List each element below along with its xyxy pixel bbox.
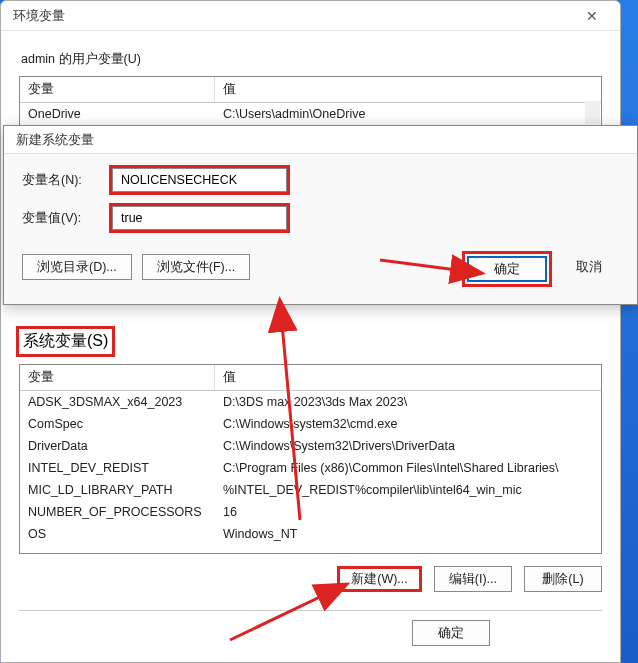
dialog-body: 变量名(N): 变量值(V): (4, 154, 637, 254)
value-row: 变量值(V): (22, 206, 619, 230)
col-value[interactable]: 值 (215, 77, 601, 102)
var-name-input[interactable] (112, 168, 287, 192)
sys-vars-list[interactable]: 变量 值 ADSK_3DSMAX_x64_2023D:\3DS max 2023… (19, 364, 602, 554)
cell-val: Windows_NT (215, 525, 601, 543)
browse-file-button[interactable]: 浏览文件(F)... (142, 254, 250, 280)
list-header: 变量 值 (20, 365, 601, 391)
table-row[interactable]: NUMBER_OF_PROCESSORS16 (20, 501, 601, 523)
cell-val: 16 (215, 503, 601, 521)
cell-var: INTEL_DEV_REDIST (20, 459, 215, 477)
user-vars-list[interactable]: 变量 值 OneDrive C:\Users\admin\OneDrive (19, 76, 602, 126)
table-row[interactable]: INTEL_DEV_REDISTC:\Program Files (x86)\C… (20, 457, 601, 479)
user-rows: OneDrive C:\Users\admin\OneDrive (20, 103, 601, 125)
var-value-input[interactable] (112, 206, 287, 230)
cell-var: NUMBER_OF_PROCESSORS (20, 503, 215, 521)
browse-dir-button[interactable]: 浏览目录(D)... (22, 254, 132, 280)
edit-button[interactable]: 编辑(I)... (434, 566, 512, 592)
system-vars-block: 系统变量(S) 变量 值 ADSK_3DSMAX_x64_2023D:\3DS … (19, 329, 602, 621)
value-label: 变量值(V): (22, 210, 112, 227)
sys-vars-label: 系统变量(S) (19, 329, 112, 354)
cell-var: MIC_LD_LIBRARY_PATH (20, 481, 215, 499)
cell-var: OneDrive (20, 105, 215, 123)
dialog-ok-button[interactable]: 确定 (467, 256, 547, 282)
table-row[interactable]: ComSpecC:\Windows\system32\cmd.exe (20, 413, 601, 435)
desktop-edge (620, 0, 638, 663)
table-row[interactable]: OSWindows_NT (20, 523, 601, 545)
dialog-title: 新建系统变量 (4, 126, 637, 154)
name-label: 变量名(N): (22, 172, 112, 189)
name-row: 变量名(N): (22, 168, 619, 192)
cell-var: ADSK_3DSMAX_x64_2023 (20, 393, 215, 411)
scrollbar[interactable] (585, 101, 600, 124)
separator (19, 610, 602, 611)
titlebar: 环境变量 ✕ (1, 1, 620, 31)
cell-var: DriverData (20, 437, 215, 455)
new-sys-var-dialog: 新建系统变量 变量名(N): 变量值(V): 浏览目录(D)... 浏览文件(F… (3, 125, 638, 305)
col-value[interactable]: 值 (215, 365, 601, 390)
table-row[interactable]: DriverDataC:\Windows\System32\Drivers\Dr… (20, 435, 601, 457)
cell-val: D:\3DS max 2023\3ds Max 2023\ (215, 393, 601, 411)
col-variable[interactable]: 变量 (20, 77, 215, 102)
sys-rows: ADSK_3DSMAX_x64_2023D:\3DS max 2023\3ds … (20, 391, 601, 553)
cell-val: C:\Users\admin\OneDrive (215, 105, 601, 123)
close-icon[interactable]: ✕ (572, 2, 612, 30)
window-title: 环境变量 (13, 7, 65, 25)
col-variable[interactable]: 变量 (20, 365, 215, 390)
cell-val: %INTEL_DEV_REDIST%compiler\lib\intel64_w… (215, 481, 601, 499)
sys-button-row: 新建(W)... 编辑(I)... 删除(L) (19, 566, 602, 592)
dialog-cancel-button[interactable]: 取消 (559, 254, 619, 280)
delete-button[interactable]: 删除(L) (524, 566, 602, 592)
dialog-button-row: 浏览目录(D)... 浏览文件(F)... 确定 取消 (4, 254, 637, 296)
list-header: 变量 值 (20, 77, 601, 103)
env-vars-window: 环境变量 ✕ admin 的用户变量(U) 变量 值 OneDrive C:\U… (0, 0, 621, 663)
env-ok-button[interactable]: 确定 (412, 620, 490, 646)
table-row[interactable]: ADSK_3DSMAX_x64_2023D:\3DS max 2023\3ds … (20, 391, 601, 413)
cell-val: C:\Program Files (x86)\Common Files\Inte… (215, 459, 601, 477)
cell-val: C:\Windows\system32\cmd.exe (215, 415, 601, 433)
user-vars-label: admin 的用户变量(U) (21, 51, 602, 68)
cell-var: ComSpec (20, 415, 215, 433)
window-body: admin 的用户变量(U) 变量 值 OneDrive C:\Users\ad… (1, 31, 620, 140)
cell-var: OS (20, 525, 215, 543)
table-row[interactable]: OneDrive C:\Users\admin\OneDrive (20, 103, 601, 125)
table-row[interactable]: MIC_LD_LIBRARY_PATH%INTEL_DEV_REDIST%com… (20, 479, 601, 501)
cell-val: C:\Windows\System32\Drivers\DriverData (215, 437, 601, 455)
new-button[interactable]: 新建(W)... (337, 566, 422, 592)
